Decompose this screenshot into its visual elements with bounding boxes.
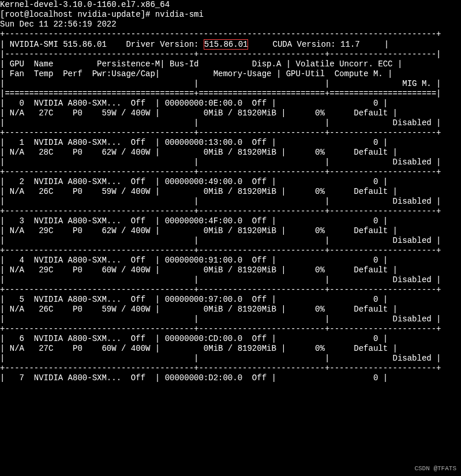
terminal-output: Kernel-devel-3.10.0-1160.el7.x86_64 [roo… <box>0 0 461 383</box>
watermark-text: CSDN @TFATS <box>414 464 456 474</box>
driver-version-highlight: 515.86.01 <box>204 39 249 50</box>
